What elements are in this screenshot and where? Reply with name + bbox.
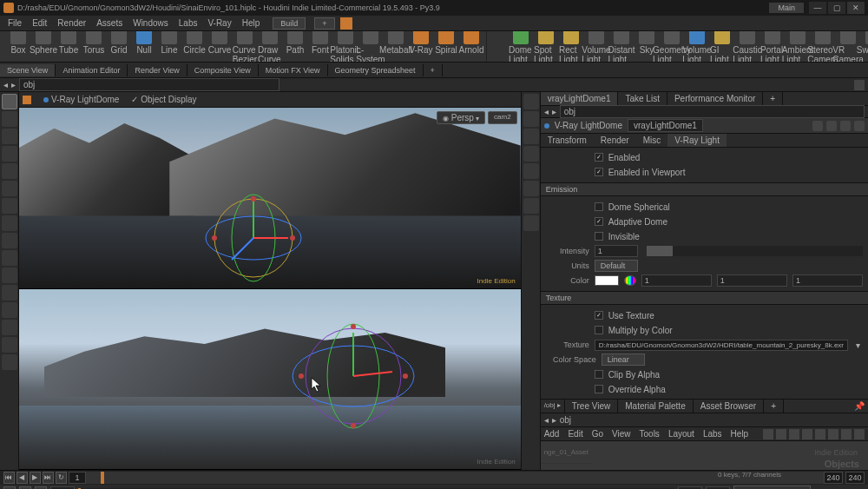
move-tool[interactable] — [2, 111, 17, 127]
select-tool[interactable] — [2, 94, 17, 109]
shelf-geometry-light[interactable]: Geometry Light — [660, 31, 684, 63]
shelf-volume-light[interactable]: Volume Light — [584, 31, 608, 63]
shelf-metaball[interactable]: Metaball — [384, 31, 408, 63]
texture-path-field[interactable]: D:/rasha/EDU/Gnomon/Gnomon3dW2/HDRI/tabl… — [595, 340, 848, 351]
shelf-rect-light[interactable]: Rect Light — [559, 31, 583, 63]
play-last-button[interactable]: ⏭ — [43, 472, 54, 484]
ne-icon-5[interactable] — [815, 429, 825, 439]
cam-icon[interactable] — [523, 198, 539, 214]
section-emission[interactable]: Emission — [541, 182, 868, 196]
viewport-camera[interactable]: Indie Edition — [19, 289, 521, 471]
loop-button[interactable]: ↻ — [56, 472, 67, 484]
color-g[interactable]: 1 — [717, 274, 787, 287]
tab-takelist[interactable]: Take List — [618, 92, 667, 105]
enabled-vp-checkbox[interactable] — [595, 168, 603, 176]
shelf-dome-light[interactable]: Dome Light — [509, 31, 533, 63]
shading-mode[interactable] — [523, 111, 539, 127]
scale-tool[interactable] — [2, 146, 17, 162]
timeline-ruler[interactable] — [86, 472, 824, 484]
shelf-switcher[interactable]: Switcher — [861, 31, 868, 63]
wireframe-toggle[interactable] — [523, 146, 539, 162]
nm-view[interactable]: View — [612, 429, 631, 439]
tab-perfmon[interactable]: Performance Monitor — [667, 92, 763, 105]
light-gizmo[interactable] — [188, 173, 319, 289]
color-swatch[interactable] — [595, 275, 619, 286]
menu-render[interactable]: Render — [53, 17, 90, 30]
ne-icon-2[interactable] — [776, 429, 786, 439]
tab-misc[interactable]: Misc — [636, 134, 668, 147]
layout-dropdown[interactable]: Build — [273, 17, 306, 30]
display-options[interactable] — [523, 94, 539, 109]
shelf-circle[interactable]: Circle — [182, 31, 207, 63]
ne-icon-1[interactable] — [763, 429, 773, 439]
tab-assetbrowser[interactable]: Asset Browser — [694, 400, 764, 413]
camera-tool[interactable] — [2, 302, 17, 318]
context-add[interactable]: + — [424, 64, 443, 76]
view-tool[interactable] — [2, 181, 17, 196]
ne-icon-3[interactable] — [789, 429, 799, 439]
menu-labs[interactable]: Labs — [174, 17, 202, 30]
ne-icon-6[interactable] — [828, 429, 838, 439]
context-render-view[interactable]: Render View — [128, 64, 187, 76]
end-frame-2[interactable]: 240 — [845, 472, 865, 484]
lock-icon[interactable] — [523, 215, 539, 231]
key-all-button[interactable]: Key All Channels — [733, 486, 812, 490]
misc-tool-3[interactable] — [2, 354, 17, 370]
units-dropdown[interactable]: Default — [595, 260, 638, 272]
nav-back-icon[interactable]: ◂ — [544, 107, 549, 116]
shelf-gi-light[interactable]: GI Light — [710, 31, 734, 63]
nm-add[interactable]: Add — [544, 429, 560, 439]
mult-color-checkbox[interactable] — [595, 326, 603, 334]
intensity-field[interactable]: 1 — [595, 245, 638, 257]
magnet-tool[interactable] — [2, 268, 17, 283]
current-frame[interactable]: 1 — [69, 472, 86, 484]
shelf-volume-light[interactable]: Volume Light — [685, 31, 709, 63]
inspect-tool[interactable] — [2, 215, 17, 231]
light-tool[interactable] — [2, 285, 17, 301]
menu-help[interactable]: Help — [238, 17, 265, 30]
adaptive-checkbox[interactable] — [595, 217, 603, 226]
lighting-mode[interactable] — [523, 129, 539, 144]
enabled-checkbox[interactable] — [595, 153, 603, 162]
rotate-tool[interactable] — [2, 129, 17, 144]
shelf-tube[interactable]: Tube — [56, 31, 81, 63]
workspace-tab[interactable]: Main — [769, 3, 804, 13]
shelf-path[interactable]: Path — [283, 31, 307, 63]
tab-treeview[interactable]: Tree View — [565, 400, 618, 413]
nm-edit[interactable]: Edit — [568, 429, 582, 439]
play-fwd-button[interactable]: ▶ — [30, 472, 41, 484]
tab-add[interactable]: + — [763, 92, 783, 105]
play-first-button[interactable]: ⏮ — [3, 472, 15, 484]
shelf-caustic-light[interactable]: Caustic Light — [735, 31, 760, 63]
color-b[interactable]: 1 — [792, 274, 863, 287]
layout-add[interactable]: + — [314, 17, 334, 30]
end-frame-1[interactable]: 240 — [824, 472, 843, 484]
grid-toggle[interactable] — [523, 163, 539, 179]
shelf-null[interactable]: Null — [132, 31, 156, 63]
ne-icon-8[interactable] — [854, 429, 865, 439]
brush-tool[interactable] — [2, 233, 17, 248]
nav-back-icon[interactable]: ◂ — [544, 415, 549, 425]
asset-group-1[interactable]: nge_01_Asset — [541, 441, 593, 464]
object-display-toggle[interactable]: ✓ Object Display — [131, 95, 196, 104]
nav-fwd-icon[interactable]: ▸ — [11, 80, 16, 89]
tab-render[interactable]: Render — [594, 134, 636, 147]
context-geometry-spreadsheet[interactable]: Geometry Spreadsheet — [328, 64, 424, 76]
snap-tool[interactable] — [2, 163, 17, 179]
menu-edit[interactable]: Edit — [28, 17, 51, 30]
tab-transform[interactable]: Transform — [541, 134, 594, 147]
tab-matpalette[interactable]: Material Palette — [618, 400, 693, 413]
play-back-button[interactable]: ◀ — [16, 472, 28, 484]
shelf-stereo-camera[interactable]: Stereo Camera — [811, 31, 835, 63]
context-composite-view[interactable]: Composite View — [187, 64, 259, 76]
shelf-spot-light[interactable]: Spot Light — [534, 31, 558, 63]
help-icon[interactable] — [826, 121, 837, 131]
gear-icon[interactable] — [812, 121, 823, 131]
viewport-tab[interactable]: V-Ray LightDome — [38, 94, 124, 105]
shelf-sphere[interactable]: Sphere — [31, 31, 56, 63]
misc-tool-2[interactable] — [2, 337, 17, 353]
network-canvas[interactable]: Indie Edition Objects nge_01_Asset ise_0… — [541, 441, 868, 470]
nm-labs[interactable]: Labs — [703, 429, 722, 439]
shelf-line[interactable]: Line — [157, 31, 181, 63]
close-button[interactable]: ✕ — [847, 2, 865, 14]
